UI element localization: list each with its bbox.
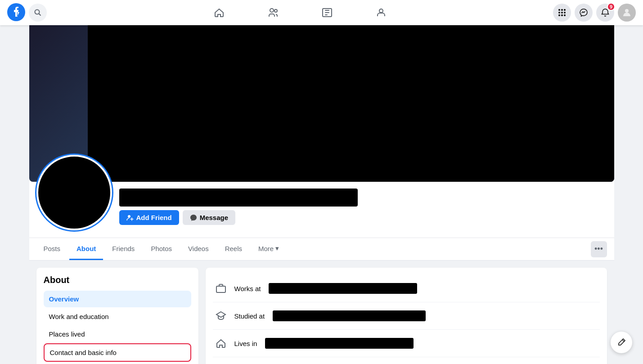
about-nav-work-education[interactable]: Work and education xyxy=(44,308,191,325)
tab-options-button[interactable]: ••• xyxy=(591,241,607,257)
tab-about[interactable]: About xyxy=(69,238,103,260)
nav-marketplace-button[interactable] xyxy=(302,2,352,23)
profile-avatar-wrap xyxy=(36,155,112,230)
tab-friends[interactable]: Friends xyxy=(105,238,142,260)
cover-photo-redacted xyxy=(88,25,614,182)
add-friend-button[interactable]: Add Friend xyxy=(119,210,179,225)
notification-badge: 9 xyxy=(607,3,615,11)
svg-point-15 xyxy=(564,14,566,16)
profile-row: Add Friend Message xyxy=(36,182,607,230)
works-at-value xyxy=(269,283,417,294)
svg-point-17 xyxy=(128,215,130,218)
tab-videos[interactable]: Videos xyxy=(181,238,216,260)
svg-point-11 xyxy=(561,12,563,13)
about-sidebar: About Overview Work and education Places… xyxy=(36,268,198,364)
svg-point-10 xyxy=(558,12,560,13)
add-friend-label: Add Friend xyxy=(136,214,172,221)
lives-in-icon xyxy=(213,335,229,351)
cover-photo xyxy=(29,25,614,182)
info-row-studied-at: Studied at xyxy=(213,302,600,330)
svg-point-13 xyxy=(558,14,560,16)
cover-area xyxy=(29,25,614,182)
profile-info: Add Friend Message xyxy=(119,189,607,230)
search-button[interactable] xyxy=(29,4,47,22)
floating-edit-button[interactable] xyxy=(611,332,632,353)
profile-name-redacted xyxy=(119,189,358,207)
profile-avatar-nav[interactable] xyxy=(618,4,636,22)
profile-actions: Add Friend Message xyxy=(119,210,607,225)
profile-tabs: Posts About Friends Photos Videos Reels … xyxy=(29,238,614,261)
nav-center xyxy=(47,2,553,23)
messenger-button[interactable] xyxy=(575,4,593,22)
svg-point-8 xyxy=(561,9,563,11)
works-at-label: Works at xyxy=(234,285,261,292)
nav-left xyxy=(7,3,47,22)
svg-point-3 xyxy=(270,9,274,12)
nav-groups-button[interactable] xyxy=(356,2,406,23)
tab-reels[interactable]: Reels xyxy=(218,238,249,260)
info-row-works-at: Works at xyxy=(213,275,600,302)
nav-home-button[interactable] xyxy=(194,2,244,23)
nav-right: 9 xyxy=(553,4,636,22)
about-nav-overview[interactable]: Overview xyxy=(44,291,191,307)
lives-in-label: Lives in xyxy=(234,340,257,347)
works-at-icon xyxy=(213,280,229,297)
profile-avatar[interactable] xyxy=(36,155,112,230)
svg-point-4 xyxy=(274,9,277,12)
main-body: About Overview Work and education Places… xyxy=(29,268,614,364)
about-content: Works at Studied at xyxy=(206,268,607,364)
profile-section: Add Friend Message xyxy=(29,182,614,238)
studied-at-value xyxy=(273,310,426,321)
svg-point-12 xyxy=(564,12,566,13)
studied-at-label: Studied at xyxy=(234,312,265,320)
about-nav-places-lived[interactable]: Places lived xyxy=(44,326,191,342)
svg-rect-20 xyxy=(216,286,225,292)
svg-line-2 xyxy=(39,14,41,16)
svg-point-7 xyxy=(558,9,560,11)
tab-more[interactable]: More ▾ xyxy=(251,238,286,260)
more-chevron-icon: ▾ xyxy=(275,244,279,252)
svg-point-16 xyxy=(625,9,629,13)
info-row-lives-in: Lives in xyxy=(213,330,600,357)
about-sidebar-title: About xyxy=(44,275,191,285)
notifications-button[interactable]: 9 xyxy=(596,4,614,22)
svg-point-9 xyxy=(564,9,566,11)
message-button[interactable]: Message xyxy=(183,210,235,225)
message-label: Message xyxy=(200,214,228,221)
svg-point-6 xyxy=(379,9,383,13)
tab-posts[interactable]: Posts xyxy=(36,238,68,260)
apps-button[interactable] xyxy=(553,4,571,22)
tab-photos[interactable]: Photos xyxy=(144,238,179,260)
page-content: Add Friend Message Posts About Friends P… xyxy=(0,25,643,364)
info-row-from: From xyxy=(213,357,600,364)
about-nav-contact-info[interactable]: Contact and basic info xyxy=(44,343,191,362)
lives-in-value xyxy=(265,338,414,349)
nav-friends-button[interactable] xyxy=(248,2,298,23)
facebook-logo[interactable] xyxy=(7,3,25,22)
studied-at-icon xyxy=(213,308,229,324)
top-navigation: 9 xyxy=(0,0,643,25)
svg-point-14 xyxy=(561,14,563,16)
